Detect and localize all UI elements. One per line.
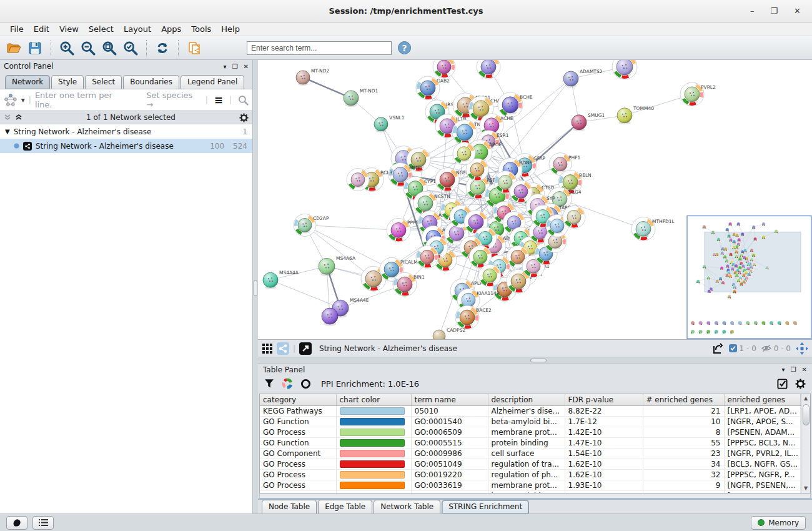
column-header[interactable]: description [488,394,565,406]
network-node[interactable] [478,264,501,287]
grid-view-icon[interactable] [262,343,273,354]
table-cell[interactable]: [NGFR, APOE, S... [724,417,801,427]
tab-style[interactable]: Style [51,75,84,89]
chart-color-cell[interactable] [336,470,411,480]
menu-help[interactable]: Help [216,24,245,34]
network-node[interactable]: GAB2 [416,76,450,100]
tree-expand-icon[interactable]: ▼ [5,128,10,135]
table-cell[interactable]: [PPP5C, BCL3, N... [724,438,801,449]
zoom-in-button[interactable] [58,39,76,57]
table-cell[interactable]: 8 [643,427,724,438]
column-header[interactable]: term name [411,394,488,406]
network-node[interactable] [416,246,438,268]
table-cell[interactable]: [PSENEN, ADAM... [724,427,801,438]
close-button[interactable]: ✕ [794,0,801,22]
table-panel-splitter[interactable] [258,357,812,364]
table-cell[interactable]: 1.42E-10 [565,427,643,438]
table-cell[interactable]: GO Process [260,459,336,470]
table-cell[interactable]: GO:0050435 [411,491,488,494]
maximize-button[interactable]: ❐ [770,0,778,22]
table-cell[interactable]: GO Process [260,470,336,480]
chart-color-cell[interactable] [336,417,411,427]
table-cell[interactable]: 1.54E-10 [565,449,643,459]
memory-button[interactable]: Memory [751,516,806,530]
table-cell[interactable]: beta-amyloid bi... [488,417,565,427]
table-cell[interactable]: KEGG Pathways [260,406,336,417]
network-canvas[interactable]: MT-ND2MT-ND1VSNL1GAB2ADAMTS2PVRL2TOMM40S… [258,60,812,340]
table-row[interactable]: GO ProcessGO:0019220regulation of ph...1… [260,470,801,480]
table-cell[interactable]: regulation of tra... [488,459,565,470]
network-row[interactable]: String Network - Alzheimer's disease 100… [0,139,252,153]
panel-float-icon[interactable]: ❐ [232,63,238,70]
network-node[interactable]: BACE2 [455,305,492,329]
table-cell[interactable]: [NGFR, PSENEN,... [724,480,801,491]
table-cell[interactable]: 21 [643,406,724,417]
table-cell[interactable]: GO Process [260,480,336,491]
network-node[interactable] [563,206,585,228]
table-cell[interactable]: 7 [643,491,724,494]
table-cell[interactable]: [PPP5C, NGFR, P... [724,470,801,480]
network-edge[interactable] [305,225,399,230]
column-header[interactable]: FDR p-value [565,394,643,406]
chart-color-cell[interactable] [336,406,411,417]
network-node[interactable]: BIN1 [393,272,425,296]
chart-colors-icon[interactable] [282,378,293,389]
tab-legend-panel[interactable]: Legend Panel [181,75,244,89]
scroll-down-arrow[interactable]: ▼ [804,484,808,493]
string-source-dropdown-caret[interactable]: ▾ [21,96,25,104]
table-cell[interactable]: 1.93E-10 [565,480,643,491]
column-header[interactable]: enriched genes [724,394,801,406]
table-row[interactable]: GO FunctionGO:0005515protein binding1.47… [260,438,801,449]
menu-view[interactable]: View [54,24,84,34]
table-horizontal-scrollbar[interactable] [259,494,811,499]
string-logo-icon[interactable] [4,93,17,107]
help-button[interactable]: ? [395,39,413,57]
menu-edit[interactable]: Edit [29,24,54,34]
network-node[interactable] [612,60,637,79]
task-list-button[interactable] [32,516,54,530]
table-cell[interactable]: GO:0009986 [411,449,488,459]
scroll-up-arrow[interactable]: ▲ [804,394,808,403]
network-node[interactable] [322,308,338,326]
table-cell[interactable]: 34 [643,459,724,470]
table-cell[interactable]: 1.47E-10 [565,438,643,449]
table-cell[interactable]: [NGFR, PVRL2, IL... [724,449,801,459]
table-cell[interactable]: 10 [643,417,724,427]
menu-apps[interactable]: Apps [156,24,186,34]
select-columns-icon[interactable] [777,379,788,389]
zoom-selected-button[interactable] [122,39,139,57]
network-edge[interactable] [303,77,351,98]
table-cell[interactable]: GO:0051049 [411,459,488,470]
network-node[interactable]: SMUG1 [572,112,605,131]
table-cell[interactable]: GO:0033619 [411,480,488,491]
filter-icon[interactable] [264,379,274,389]
table-row[interactable]: KEGG Pathways05010Alzheimer's dise...8.8… [260,406,801,417]
menu-select[interactable]: Select [84,24,119,34]
open-in-window-icon[interactable] [299,342,312,355]
save-session-button[interactable] [26,39,44,57]
search-input[interactable] [247,41,392,55]
tab-node-table[interactable]: Node Table [262,500,317,514]
zoom-fit-button[interactable] [101,39,118,57]
chart-color-cell[interactable] [336,449,411,459]
table-row[interactable]: GO ProcessGO:0051049regulation of tra...… [260,459,801,470]
network-node[interactable]: MTHFD1L [631,217,675,241]
table-cell[interactable]: beta-amyloid m... [488,491,565,494]
navigator-panel[interactable] [687,216,811,339]
panel-splitter[interactable] [253,60,258,514]
network-node[interactable]: TOMM40 [617,106,654,124]
network-node[interactable] [453,142,475,165]
table-row[interactable]: GO ProcessGO:0033619membrane prot...1.93… [260,480,801,491]
network-node[interactable] [510,181,532,203]
panel-menu-icon[interactable]: ▾ [782,366,785,373]
refresh-button[interactable] [154,39,171,57]
network-node[interactable]: BCHE [498,92,533,117]
table-cell[interactable]: GO Component [260,449,336,459]
table-cell[interactable]: regulation of ph... [488,470,565,480]
table-cell[interactable]: GO Process [260,491,336,494]
network-node[interactable]: PVRL2 [680,82,716,106]
table-cell[interactable]: GO:0019220 [411,470,488,480]
splitter-handle[interactable] [254,280,257,296]
minimize-button[interactable]: – [750,0,755,22]
network-edge[interactable] [305,225,392,269]
